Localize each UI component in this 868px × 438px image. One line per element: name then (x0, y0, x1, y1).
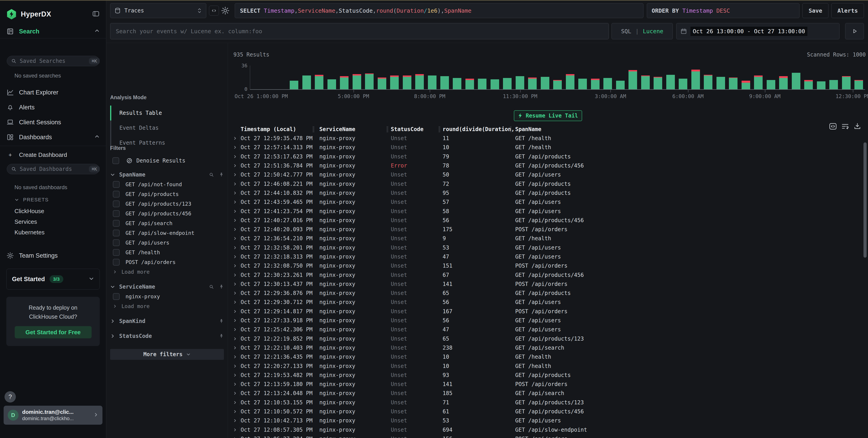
column-resize-handle[interactable] (439, 126, 440, 132)
histogram-bar[interactable] (403, 75, 411, 89)
checkbox[interactable] (113, 239, 120, 246)
histogram-bar[interactable] (340, 76, 348, 89)
table-row[interactable]: Oct 27 12:10:50.572 PMnginx-proxyUnset61… (228, 407, 868, 416)
table-row[interactable]: Oct 27 12:13:24.048 PMnginx-proxyUnset18… (228, 389, 868, 398)
table-row[interactable]: Oct 27 12:22:10.403 PMnginx-proxyUnset23… (228, 343, 868, 352)
sidebar-item-team-settings[interactable]: Team Settings (0, 250, 106, 261)
column-resize-handle[interactable] (510, 126, 512, 132)
query-language-toggle[interactable]: SQL | Lucene (612, 23, 673, 39)
checkbox[interactable] (113, 157, 119, 164)
checkbox[interactable] (113, 210, 120, 217)
histogram-bar[interactable] (641, 75, 650, 89)
analysis-mode-results-table[interactable]: Results Table (119, 106, 165, 121)
table-row[interactable]: Oct 27 12:40:27.016 PMnginx-proxyUnset56… (228, 216, 868, 225)
expand-row-icon[interactable] (233, 364, 237, 368)
histogram-bar[interactable] (817, 81, 826, 89)
histogram-bar[interactable] (754, 75, 763, 89)
histogram-bar[interactable] (679, 79, 687, 89)
create-dashboard-button[interactable]: + Create Dashboard (0, 149, 106, 160)
filter-group-spankind[interactable]: SpanKind (110, 316, 224, 326)
search-icon[interactable] (209, 172, 214, 177)
histogram-bar[interactable] (654, 77, 662, 89)
histogram-bar[interactable] (716, 77, 725, 89)
histogram-bar[interactable] (691, 70, 700, 90)
filter-group-servicename[interactable]: ServiceName (110, 282, 224, 292)
histogram-bar[interactable] (290, 81, 298, 89)
expand-row-icon[interactable] (233, 209, 237, 213)
histogram-bar[interactable] (855, 80, 863, 89)
vertical-scrollbar[interactable] (864, 142, 867, 258)
expand-row-icon[interactable] (233, 382, 237, 386)
histogram-bar[interactable] (704, 75, 712, 89)
filter-option[interactable]: GET /api/products/123 (110, 199, 224, 209)
filter-option[interactable]: GET /api/products/456 (110, 209, 224, 218)
saved-dashboards-input[interactable]: ⌘K (7, 164, 99, 174)
table-row[interactable]: Oct 27 12:27:33.918 PMnginx-proxyUnset56… (228, 316, 868, 325)
chevron-up-icon[interactable] (94, 134, 100, 141)
table-row[interactable]: Oct 27 12:30:23.261 PMnginx-proxyUnset67… (228, 270, 868, 279)
checkbox[interactable] (113, 220, 120, 227)
table-row[interactable]: Oct 27 12:19:53.482 PMnginx-proxyUnset93… (228, 371, 868, 380)
table-row[interactable]: Oct 27 12:32:18.313 PMnginx-proxyUnset47… (228, 252, 868, 261)
expand-row-icon[interactable] (233, 173, 237, 177)
source-settings-icon[interactable] (221, 6, 230, 15)
histogram-bar[interactable] (541, 77, 549, 89)
expand-row-icon[interactable] (233, 227, 237, 231)
histogram-bar[interactable] (415, 74, 424, 89)
saved-searches-input[interactable]: ⌘K (7, 56, 99, 66)
checkbox[interactable] (113, 293, 120, 300)
expand-row-icon[interactable] (233, 355, 237, 359)
expand-row-icon[interactable] (233, 246, 237, 250)
expand-row-icon[interactable] (233, 401, 237, 405)
table-row[interactable]: Oct 27 12:29:14.817 PMnginx-proxyUnset16… (228, 307, 868, 316)
expand-row-icon[interactable] (233, 373, 237, 377)
help-button[interactable]: ? (4, 391, 16, 403)
histogram-bar[interactable] (440, 76, 449, 89)
histogram-bar[interactable] (666, 75, 675, 89)
search-input[interactable] (116, 28, 603, 35)
expand-row-icon[interactable] (233, 428, 237, 432)
expand-row-icon[interactable] (233, 418, 237, 423)
saved-dashboards-field[interactable] (20, 166, 89, 172)
user-menu[interactable]: D dominic.tran@clic... dominic.tran@clic… (4, 406, 102, 425)
filter-option[interactable]: GET /api/slow-endpoint (110, 228, 224, 238)
table-row[interactable]: Oct 27 12:59:35.478 PMnginx-proxyUnset11… (228, 134, 868, 143)
orderby-input[interactable]: ORDER BY Timestamp DESC (647, 3, 800, 18)
pin-icon[interactable] (219, 334, 224, 339)
filter-group-statuscode[interactable]: StatusCode (110, 331, 224, 341)
table-row[interactable]: Oct 27 12:32:08.750 PMnginx-proxyUnset15… (228, 261, 868, 270)
table-row[interactable]: Oct 27 12:32:58.201 PMnginx-proxyUnset53… (228, 243, 868, 252)
expand-row-icon[interactable] (233, 309, 237, 313)
histogram-bar[interactable] (779, 76, 788, 89)
table-row[interactable]: Oct 27 12:21:36.435 PMnginx-proxyUnset10… (228, 352, 868, 361)
table-row[interactable]: Oct 27 12:22:19.852 PMnginx-proxyUnset65… (228, 334, 868, 343)
histogram-bar[interactable] (302, 75, 311, 89)
filter-option[interactable]: GET /health (110, 247, 224, 257)
column-header-timestamp[interactable]: Timestamp (Local) (241, 126, 296, 132)
table-row[interactable]: Oct 27 12:41:23.754 PMnginx-proxyUnset58… (228, 207, 868, 215)
histogram-bar[interactable] (767, 80, 775, 89)
table-row[interactable]: Oct 27 12:29:30.712 PMnginx-proxyUnset56… (228, 298, 868, 307)
save-button[interactable]: Save (802, 3, 828, 18)
filter-option[interactable]: GET /api/users (110, 238, 224, 247)
expand-row-icon[interactable] (233, 328, 237, 332)
load-more[interactable]: Load more (110, 301, 224, 311)
histogram-bar[interactable] (829, 80, 838, 89)
histogram-bar[interactable] (842, 76, 850, 89)
histogram-bar[interactable] (378, 77, 386, 89)
table-row[interactable]: Oct 27 12:50:42.777 PMnginx-proxyUnset50… (228, 170, 868, 179)
column-header-servicename[interactable]: ServiceName (319, 126, 355, 132)
pin-icon[interactable] (219, 172, 224, 177)
table-row[interactable]: Oct 27 12:10:53.155 PMnginx-proxyUnset71… (228, 398, 868, 407)
histogram-bar[interactable] (729, 77, 738, 89)
histogram-bar[interactable] (804, 80, 813, 89)
expand-row-icon[interactable] (233, 318, 237, 323)
table-row[interactable]: Oct 27 12:36:54.210 PMnginx-proxyUnset9G… (228, 234, 868, 243)
pin-icon[interactable] (219, 284, 224, 289)
expand-row-icon[interactable] (233, 136, 237, 140)
alerts-button[interactable]: Alerts (831, 3, 864, 18)
filter-option[interactable]: GET /api/not-found (110, 179, 224, 189)
histogram-bar[interactable] (352, 74, 361, 89)
histogram-bar[interactable] (616, 81, 625, 89)
histogram-bar[interactable] (591, 79, 599, 89)
